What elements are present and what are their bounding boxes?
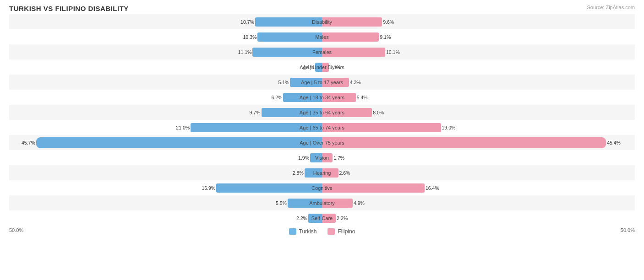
row-left: 1.9%: [9, 150, 322, 165]
axis-left-label: 50.0%: [9, 227, 23, 235]
pink-bar: [322, 153, 333, 162]
table-row: 10.3% Males 9.1%: [9, 29, 635, 44]
value-left: 2.2%: [296, 215, 307, 221]
legend-filipino: Filipino: [327, 228, 355, 235]
row-left: 1.1%: [9, 59, 322, 75]
value-right: 8.0%: [373, 110, 384, 115]
table-row: 1.1% Age | Under 5 years 1.1%: [9, 59, 635, 75]
pink-bar: [322, 32, 379, 42]
pink-bar: [322, 93, 356, 102]
pink-bar: [322, 108, 372, 117]
value-left: 11.1%: [238, 49, 252, 55]
row-right: 9.1%: [322, 29, 635, 44]
blue-bar: [36, 137, 322, 148]
table-row: 1.9% Vision 1.7%: [9, 150, 635, 165]
pink-bar: [322, 123, 441, 132]
row-left: 9.7%: [9, 105, 322, 120]
table-row: 5.5% Ambulatory 4.9%: [9, 195, 635, 210]
row-left: 2.2%: [9, 210, 322, 226]
table-row: 45.7% Age | Over 75 years 45.4%: [9, 135, 635, 150]
row-left: 45.7%: [9, 135, 322, 150]
table-row: 21.0% Age | 65 to 74 years 19.0%: [9, 120, 635, 135]
blue-bar: [252, 48, 322, 57]
pink-bar: [322, 78, 349, 87]
chart-container: TURKISH VS FILIPINO DISABILITY Source: Z…: [0, 0, 644, 280]
row-right: 4.9%: [322, 195, 635, 210]
blue-bar: [305, 168, 322, 178]
value-left: 9.7%: [250, 110, 261, 115]
table-row: 5.1% Age | 5 to 17 years 4.3%: [9, 75, 635, 90]
value-left: 21.0%: [176, 125, 190, 130]
legend-filipino-swatch: [327, 228, 335, 235]
table-row: 2.2% Self-Care 2.2%: [9, 210, 635, 226]
blue-bar: [216, 183, 322, 193]
blue-bar: [315, 63, 322, 72]
value-left: 2.8%: [293, 170, 304, 176]
table-row: 16.9% Cognitive 16.4%: [9, 180, 635, 195]
blue-bar: [191, 123, 322, 132]
row-right: 2.6%: [322, 165, 635, 180]
blue-bar: [283, 93, 322, 102]
legend-turkish-swatch: [289, 228, 296, 235]
row-right: 5.4%: [322, 90, 635, 105]
source-text: Source: ZipAtlas.com: [587, 5, 635, 10]
value-left: 5.5%: [276, 200, 287, 206]
pink-bar: [322, 48, 385, 57]
row-right: 45.4%: [322, 135, 635, 150]
row-right: 19.0%: [322, 120, 635, 135]
row-left: 11.1%: [9, 44, 322, 59]
value-right: 1.1%: [330, 65, 341, 70]
axis-right-label: 50.0%: [621, 227, 635, 235]
row-left: 6.2%: [9, 90, 322, 105]
blue-bar: [262, 108, 322, 117]
row-left: 5.1%: [9, 75, 322, 90]
table-row: 9.7% Age | 35 to 64 years 8.0%: [9, 105, 635, 120]
value-right: 4.9%: [354, 200, 365, 206]
pink-bar: [322, 183, 425, 193]
row-right: 2.2%: [322, 210, 635, 226]
row-right: 16.4%: [322, 180, 635, 195]
value-left: 1.9%: [298, 155, 309, 161]
value-left: 6.2%: [271, 95, 282, 100]
value-left: 10.3%: [243, 34, 257, 40]
value-left: 1.1%: [303, 65, 314, 70]
row-right: 9.6%: [322, 14, 635, 29]
table-row: 2.8% Hearing 2.6%: [9, 165, 635, 180]
table-row: 11.1% Females 10.1%: [9, 44, 635, 59]
value-left: 45.7%: [22, 140, 35, 145]
blue-bar: [310, 153, 322, 162]
row-left: 10.3%: [9, 29, 322, 44]
legend-turkish: Turkish: [289, 228, 317, 235]
row-left: 16.9%: [9, 180, 322, 195]
value-left: 5.1%: [278, 80, 289, 85]
row-left: 5.5%: [9, 195, 322, 210]
row-right: 1.7%: [322, 150, 635, 165]
legend: Turkish Filipino: [289, 228, 355, 235]
bottom-axis: 50.0% Turkish Filipino 50.0%: [9, 226, 635, 235]
value-right: 1.7%: [333, 155, 344, 161]
value-right: 16.4%: [426, 185, 439, 191]
pink-bar: [322, 168, 338, 178]
row-left: 2.8%: [9, 165, 322, 180]
row-right: 1.1%: [322, 59, 635, 75]
value-right: 2.6%: [339, 170, 350, 176]
value-right: 4.3%: [350, 80, 361, 85]
value-right: 2.2%: [337, 215, 348, 221]
value-right: 10.1%: [386, 49, 400, 55]
blue-bar: [257, 32, 322, 42]
pink-bar: [322, 214, 336, 223]
pink-bar: [322, 63, 329, 72]
rows-container: 10.7% Disability 9.6% 10.3% M: [9, 14, 635, 226]
chart-title: TURKISH VS FILIPINO DISABILITY: [9, 5, 635, 12]
value-right: 45.4%: [607, 140, 621, 145]
row-left: 10.7%: [9, 14, 322, 29]
value-right: 9.1%: [380, 34, 391, 40]
row-right: 10.1%: [322, 44, 635, 59]
table-row: 6.2% Age | 18 to 34 years 5.4%: [9, 90, 635, 105]
value-left: 16.9%: [202, 185, 215, 191]
row-left: 21.0%: [9, 120, 322, 135]
value-left: 10.7%: [240, 19, 254, 25]
pink-bar: [322, 17, 382, 27]
value-right: 19.0%: [442, 125, 456, 130]
legend-filipino-label: Filipino: [338, 228, 355, 235]
